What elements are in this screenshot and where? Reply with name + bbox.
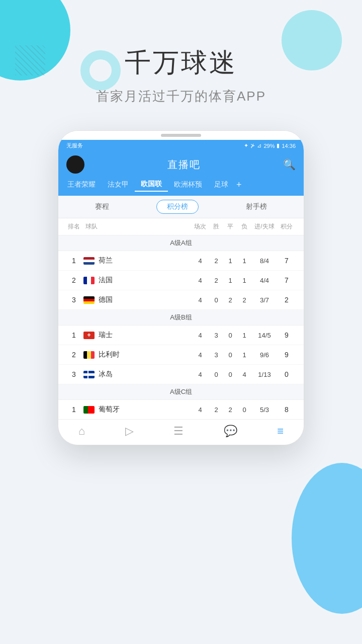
loss-is: 4 bbox=[237, 371, 251, 378]
bluetooth-icon: ✦ bbox=[244, 142, 248, 149]
rank-1b: 1 bbox=[66, 331, 81, 339]
cat-tab-zuqiu[interactable]: 足球 bbox=[208, 178, 234, 191]
hero-title: 千万球迷 bbox=[0, 45, 362, 80]
goals-pt: 5/3 bbox=[251, 406, 278, 414]
cat-tab-ouzhou[interactable]: 欧洲杯预 bbox=[168, 178, 208, 191]
home-icon: ⌂ bbox=[78, 425, 85, 438]
status-bar: 无服务 ✦ ⊁ ⊿ 29% ▮ 14:36 bbox=[58, 140, 304, 151]
signal-icon: ⊿ bbox=[257, 142, 261, 149]
team-switzerland: 瑞士 bbox=[81, 331, 191, 340]
phone-body: 无服务 ✦ ⊁ ⊿ 29% ▮ 14:36 直播吧 🔍 王者荣耀 法女甲 欧国联… bbox=[58, 130, 304, 445]
table-row[interactable]: 3 德国 4 0 2 2 3/7 2 bbox=[58, 290, 304, 310]
pts-pt: 8 bbox=[278, 406, 296, 414]
team-name-fr: 法国 bbox=[99, 276, 113, 285]
team-germany: 德国 bbox=[81, 295, 191, 304]
rank-2b: 2 bbox=[66, 351, 81, 359]
loss-nl: 1 bbox=[237, 257, 251, 265]
pts-de: 2 bbox=[278, 296, 296, 304]
app-title: 直播吧 bbox=[167, 158, 201, 172]
hero-section: 千万球迷 首家月活过千万的体育APP bbox=[0, 0, 362, 120]
team-name-ch: 瑞士 bbox=[99, 331, 113, 340]
team-name-de: 德国 bbox=[99, 295, 113, 304]
flag-iceland bbox=[83, 371, 95, 378]
table-row[interactable]: 2 法国 4 2 1 1 4/4 7 bbox=[58, 271, 304, 290]
flag-switzerland bbox=[83, 332, 95, 339]
loss-de: 2 bbox=[237, 296, 251, 304]
chat-icon: 💬 bbox=[224, 425, 237, 438]
flag-germany bbox=[83, 296, 95, 304]
status-right: ✦ ⊁ ⊿ 29% ▮ 14:36 bbox=[244, 142, 296, 149]
goals-is: 1/13 bbox=[251, 371, 278, 378]
add-category-icon[interactable]: + bbox=[236, 180, 242, 190]
pts-nl: 7 bbox=[278, 257, 296, 265]
table-row[interactable]: 2 比利时 4 3 0 1 9/6 9 bbox=[58, 345, 304, 365]
header-matches: 场次 bbox=[191, 222, 209, 231]
table-row[interactable]: 1 葡萄牙 4 2 2 0 5/3 8 bbox=[58, 400, 304, 419]
phone-mockup: 无服务 ✦ ⊁ ⊿ 29% ▮ 14:36 直播吧 🔍 王者荣耀 法女甲 欧国联… bbox=[0, 130, 362, 445]
sub-tab-scorers[interactable]: 射手榜 bbox=[236, 200, 277, 213]
matches-is: 4 bbox=[191, 371, 209, 378]
cat-tab-wangzhe[interactable]: 王者荣耀 bbox=[61, 178, 102, 191]
pts-is: 0 bbox=[278, 370, 296, 378]
table-row[interactable]: 1 荷兰 4 2 1 1 8/4 7 bbox=[58, 251, 304, 271]
news-icon: ☰ bbox=[173, 425, 184, 438]
header-loss: 负 bbox=[237, 222, 251, 231]
matches-pt: 4 bbox=[191, 406, 209, 414]
play-icon: ▷ bbox=[125, 425, 134, 438]
nav-news[interactable]: ☰ bbox=[168, 425, 189, 438]
flag-france bbox=[83, 277, 95, 284]
goals-be: 9/6 bbox=[251, 351, 278, 359]
header-rank: 排名 bbox=[66, 222, 81, 231]
matches-nl: 4 bbox=[191, 257, 209, 265]
loss-pt: 0 bbox=[237, 406, 251, 414]
team-iceland: 冰岛 bbox=[81, 370, 191, 379]
header-win: 胜 bbox=[209, 222, 223, 231]
win-ch: 3 bbox=[209, 332, 223, 339]
draw-pt: 2 bbox=[223, 406, 237, 414]
draw-de: 2 bbox=[223, 296, 237, 304]
flag-belgium bbox=[83, 351, 95, 359]
group-b-header: A级B组 bbox=[58, 310, 304, 326]
matches-ch: 4 bbox=[191, 332, 209, 339]
nav-chat[interactable]: 💬 bbox=[219, 425, 242, 438]
win-is: 0 bbox=[209, 371, 223, 378]
battery-level: 29% bbox=[263, 143, 275, 149]
goals-de: 3/7 bbox=[251, 296, 278, 304]
app-header: 直播吧 🔍 bbox=[58, 151, 304, 178]
nav-home[interactable]: ⌂ bbox=[73, 425, 90, 438]
table-header: 排名 球队 场次 胜 平 负 进/失球 积分 bbox=[58, 218, 304, 235]
status-no-service: 无服务 bbox=[66, 142, 83, 149]
team-netherlands: 荷兰 bbox=[81, 256, 191, 265]
sub-tab-schedule[interactable]: 赛程 bbox=[85, 200, 119, 213]
group-a-header: A级A组 bbox=[58, 235, 304, 251]
flag-portugal bbox=[83, 406, 95, 414]
search-icon[interactable]: 🔍 bbox=[283, 158, 296, 171]
goals-ch: 14/5 bbox=[251, 332, 278, 339]
cat-tab-fanvjia[interactable]: 法女甲 bbox=[102, 178, 135, 191]
notch-bar bbox=[161, 134, 201, 137]
goals-nl: 8/4 bbox=[251, 257, 278, 265]
win-fr: 2 bbox=[209, 277, 223, 284]
table-row[interactable]: 1 瑞士 4 3 0 1 14/5 9 bbox=[58, 326, 304, 345]
bottom-nav: ⌂ ▷ ☰ 💬 ≡ bbox=[58, 419, 304, 445]
rank-3a: 3 bbox=[66, 296, 81, 304]
win-nl: 2 bbox=[209, 257, 223, 265]
app-logo[interactable] bbox=[66, 155, 84, 174]
draw-nl: 1 bbox=[223, 257, 237, 265]
goals-fr: 4/4 bbox=[251, 277, 278, 284]
rank-1c: 1 bbox=[66, 406, 81, 414]
win-be: 3 bbox=[209, 351, 223, 359]
nav-more[interactable]: ≡ bbox=[272, 425, 289, 438]
sub-tabs: 赛程 积分榜 射手榜 bbox=[58, 196, 304, 218]
cat-tab-ouguo[interactable]: 欧国联 bbox=[135, 178, 168, 192]
team-name-be: 比利时 bbox=[99, 350, 120, 359]
team-name-pt: 葡萄牙 bbox=[99, 405, 120, 414]
loss-ch: 1 bbox=[237, 332, 251, 339]
draw-fr: 1 bbox=[223, 277, 237, 284]
nav-video[interactable]: ▷ bbox=[120, 425, 139, 438]
group-c-header: A级C组 bbox=[58, 384, 304, 400]
header-goals: 进/失球 bbox=[251, 222, 278, 231]
table-row[interactable]: 3 冰岛 4 0 0 4 1/13 0 bbox=[58, 365, 304, 384]
sub-tab-standings[interactable]: 积分榜 bbox=[156, 200, 199, 214]
time-display: 14:36 bbox=[282, 143, 296, 149]
